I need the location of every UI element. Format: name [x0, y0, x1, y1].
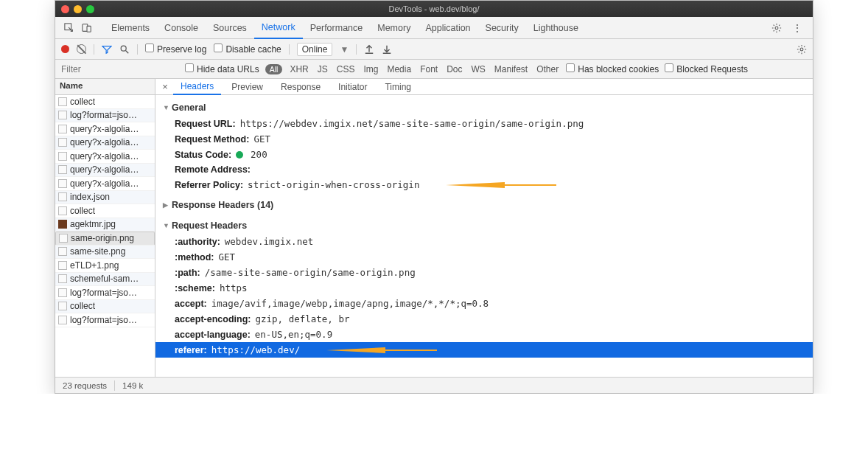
file-icon — [58, 111, 67, 119]
download-icon[interactable] — [382, 44, 392, 55]
filter-doc[interactable]: Doc — [445, 64, 463, 74]
list-item[interactable]: collect — [55, 95, 155, 109]
preserve-log-checkbox[interactable]: Preserve log — [145, 44, 206, 55]
tab-network[interactable]: Network — [254, 17, 303, 39]
list-item[interactable]: same-site.png — [55, 246, 155, 260]
file-icon — [58, 261, 67, 270]
list-item[interactable]: query?x-algolia… — [55, 136, 155, 150]
header-row: accept:image/avif,image/webp,image/apng,… — [163, 296, 805, 311]
tab-headers[interactable]: Headers — [173, 79, 221, 95]
section-toggle[interactable]: Request Headers — [163, 218, 805, 234]
list-item[interactable]: collect — [55, 204, 155, 218]
list-item[interactable]: collect — [55, 300, 155, 314]
tab-security[interactable]: Security — [478, 17, 526, 39]
window-controls — [61, 5, 94, 13]
inspect-icon[interactable] — [64, 23, 74, 33]
list-item-label: agektmr.jpg — [70, 219, 116, 229]
blocked-requests-checkbox[interactable]: Blocked Requests — [665, 63, 748, 74]
filter-icon[interactable] — [102, 44, 112, 55]
tab-memory[interactable]: Memory — [370, 17, 418, 39]
filter-manifest[interactable]: Manifest — [493, 64, 529, 74]
tab-application[interactable]: Application — [418, 17, 477, 39]
filter-img[interactable]: Img — [362, 64, 379, 74]
list-item[interactable]: query?x-algolia… — [55, 164, 155, 178]
fullscreen-icon[interactable] — [86, 5, 94, 13]
list-item-label: same-site.png — [70, 246, 125, 257]
list-item-label: log?format=jso… — [70, 288, 137, 298]
file-icon — [58, 302, 67, 310]
tab-console[interactable]: Console — [157, 17, 206, 39]
tab-sources[interactable]: Sources — [206, 17, 254, 39]
list-item[interactable]: schemeful-sam… — [55, 273, 155, 287]
list-item-label: collect — [70, 206, 95, 216]
upload-icon[interactable] — [364, 44, 374, 55]
tab-lighthouse[interactable]: Lighthouse — [526, 17, 586, 39]
tab-initiator[interactable]: Initiator — [331, 79, 374, 95]
filter-font[interactable]: Font — [419, 64, 439, 74]
filter-media[interactable]: Media — [385, 64, 413, 74]
list-item[interactable]: log?format=jso… — [55, 109, 155, 123]
filter-all-pill[interactable]: All — [265, 64, 283, 74]
list-item[interactable]: log?format=jso… — [55, 313, 155, 327]
record-icon[interactable] — [61, 45, 69, 53]
list-item[interactable]: query?x-algolia… — [55, 177, 155, 191]
tab-preview[interactable]: Preview — [224, 79, 270, 95]
close-icon[interactable] — [61, 5, 69, 13]
header-row: :path:/same-site-same-origin/same-origin… — [163, 265, 805, 280]
filter-input[interactable] — [61, 64, 179, 74]
content-split: Name collectlog?format=jso…query?x-algol… — [55, 79, 813, 377]
kebab-icon[interactable]: ⋮ — [792, 23, 802, 33]
annotation-arrow-icon — [446, 182, 505, 188]
tab-response[interactable]: Response — [273, 79, 328, 95]
gear-icon[interactable] — [771, 23, 782, 33]
request-count: 23 requests — [63, 381, 107, 390]
file-icon — [58, 220, 67, 229]
file-icon — [58, 274, 67, 283]
column-name[interactable]: Name — [55, 79, 155, 95]
list-item[interactable]: same-origin.png — [55, 232, 155, 246]
list-item-label: query?x-algolia… — [70, 164, 139, 175]
list-item[interactable]: index.json — [55, 191, 155, 205]
has-blocked-checkbox[interactable]: Has blocked cookies — [566, 63, 659, 74]
section-response-headers: Response Headers (14) — [163, 197, 805, 213]
tab-timing[interactable]: Timing — [377, 79, 419, 95]
headers-pane: General Request URL:https://webdev.imgix… — [155, 95, 813, 377]
list-item-label: query?x-algolia… — [70, 124, 139, 134]
disable-cache-checkbox[interactable]: Disable cache — [214, 44, 281, 55]
clear-icon[interactable] — [77, 44, 86, 54]
list-item-label: log?format=jso… — [70, 110, 137, 120]
tab-elements[interactable]: Elements — [104, 17, 157, 39]
filter-ws[interactable]: WS — [470, 64, 487, 74]
list-item-label: query?x-algolia… — [70, 151, 139, 161]
close-icon[interactable]: × — [160, 82, 170, 92]
file-icon — [58, 206, 67, 215]
list-item[interactable]: log?format=jso… — [55, 286, 155, 300]
header-row: :scheme:https — [163, 280, 805, 296]
filter-css[interactable]: CSS — [335, 64, 357, 74]
window-title: DevTools - web.dev/blog/ — [389, 4, 480, 13]
list-item-label: index.json — [70, 192, 110, 202]
list-item-label: collect — [70, 301, 95, 311]
filter-js[interactable]: JS — [316, 64, 329, 74]
filter-other[interactable]: Other — [535, 64, 560, 74]
section-toggle[interactable]: Response Headers (14) — [163, 197, 805, 213]
tab-performance[interactable]: Performance — [303, 17, 371, 39]
file-icon — [58, 138, 67, 147]
status-bar: 23 requests 149 k — [55, 377, 813, 393]
svg-point-3 — [775, 27, 778, 29]
hide-data-urls-checkbox[interactable]: Hide data URLs — [185, 63, 259, 74]
minimize-icon[interactable] — [74, 5, 82, 13]
device-icon[interactable] — [82, 23, 92, 33]
gear-icon[interactable] — [797, 44, 807, 55]
list-item[interactable]: query?x-algolia… — [55, 122, 155, 136]
chevron-down-icon[interactable]: ▼ — [340, 44, 349, 55]
section-toggle[interactable]: General — [163, 100, 805, 116]
list-item[interactable]: agektmr.jpg — [55, 218, 155, 232]
file-icon — [58, 316, 67, 324]
list-item[interactable]: eTLD+1.png — [55, 259, 155, 273]
throttling-select[interactable]: Online — [297, 43, 333, 56]
search-icon[interactable] — [119, 44, 130, 55]
list-item[interactable]: query?x-algolia… — [55, 150, 155, 164]
file-icon — [58, 97, 67, 106]
filter-xhr[interactable]: XHR — [288, 64, 309, 74]
